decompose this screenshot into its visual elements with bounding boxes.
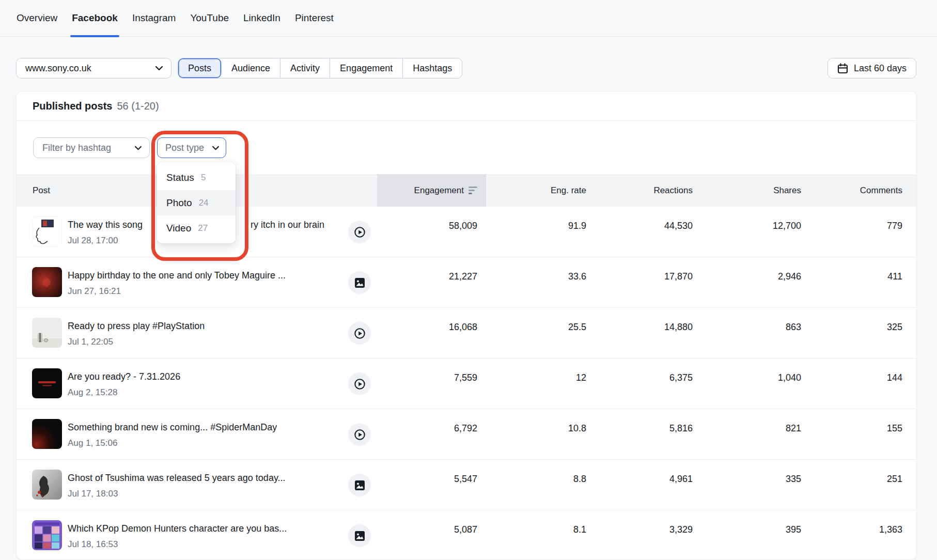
reactions-value: 17,870: [664, 271, 693, 282]
eng-rate-value: 91.9: [568, 221, 586, 231]
eng-rate-value: 8.8: [573, 474, 586, 485]
eng-rate-value: 10.8: [568, 423, 586, 434]
post-date: Jul 28, 17:00: [68, 236, 118, 246]
comments-value: 144: [887, 372, 902, 383]
engagement-value: 5,087: [454, 524, 477, 535]
table-row[interactable]: Happy birthday to the one and only Tobey…: [17, 257, 916, 308]
column-header-eng-rate[interactable]: Eng. rate: [551, 174, 586, 207]
tab-posts[interactable]: Posts: [178, 58, 222, 78]
menu-item-label: Photo: [166, 197, 192, 209]
post-thumbnail: [32, 368, 62, 398]
comments-value: 1,363: [879, 524, 902, 535]
photo-type-icon: [348, 474, 371, 496]
tab-engagement[interactable]: Engagement: [330, 58, 403, 78]
menu-item-status[interactable]: Status 5: [157, 165, 236, 190]
column-header-shares[interactable]: Shares: [773, 174, 801, 207]
tab-overview[interactable]: Overview: [17, 0, 57, 37]
post-date: Jul 1, 22:05: [68, 337, 113, 347]
post-thumbnail: [32, 267, 62, 297]
toolbar: www.sony.co.uk Posts Audience Activity E…: [0, 58, 937, 79]
sort-descending-icon: [468, 186, 477, 194]
shares-value: 863: [786, 322, 801, 333]
post-date: Jul 17, 18:03: [68, 489, 118, 499]
tab-linkedin[interactable]: LinkedIn: [243, 0, 280, 37]
table-row[interactable]: Ghost of Tsushima was released 5 years a…: [17, 460, 916, 510]
post-type-label: Post type: [165, 143, 204, 153]
video-type-icon: [348, 423, 371, 446]
reactions-value: 6,375: [669, 372, 693, 383]
eng-rate-value: 8.1: [573, 524, 586, 535]
tab-facebook[interactable]: Facebook: [72, 0, 118, 37]
column-header-engagement[interactable]: Engagement: [414, 174, 477, 207]
shares-value: 821: [786, 423, 801, 434]
published-posts-card: Published posts 56 (1-20) Filter by hash…: [16, 91, 917, 560]
engagement-value: 7,559: [454, 372, 477, 383]
chevron-down-icon: [134, 146, 142, 150]
table-row[interactable]: Ready to press play #PlayStation Jul 1, …: [17, 308, 916, 359]
engagement-value: 5,547: [454, 474, 477, 485]
reactions-value: 5,816: [669, 423, 693, 434]
profile-select[interactable]: www.sony.co.uk: [16, 58, 171, 79]
column-header-reactions[interactable]: Reactions: [653, 174, 693, 207]
engagement-value: 21,227: [449, 271, 477, 282]
post-title: Which KPop Demon Hunters character are y…: [68, 523, 287, 534]
shares-value: 12,700: [773, 221, 801, 231]
filter-by-hashtag-dropdown[interactable]: Filter by hashtag: [33, 137, 150, 158]
post-thumbnail: [32, 318, 62, 348]
video-type-icon: [348, 322, 371, 345]
post-type-dropdown[interactable]: Post type: [157, 137, 226, 158]
tab-pinterest[interactable]: Pinterest: [295, 0, 334, 37]
tab-activity[interactable]: Activity: [280, 58, 330, 78]
post-title: Something brand new is coming... #Spider…: [68, 422, 277, 433]
eng-rate-value: 25.5: [568, 322, 586, 333]
tab-hashtags[interactable]: Hashtags: [403, 58, 462, 78]
chevron-down-icon: [155, 66, 163, 71]
menu-item-video[interactable]: Video 27: [157, 215, 236, 241]
tab-audience[interactable]: Audience: [222, 58, 280, 78]
post-date: Aug 2, 15:28: [68, 387, 117, 398]
profile-select-value: www.sony.co.uk: [25, 63, 91, 74]
column-header-label: Engagement: [414, 185, 464, 196]
table-row[interactable]: The way this song ry itch in our brain J…: [17, 207, 916, 257]
engagement-value: 6,792: [454, 423, 477, 434]
calendar-icon: [837, 63, 848, 74]
table-header: Post Engagement Eng. rate Reactions Shar…: [17, 174, 916, 207]
table-row[interactable]: Something brand new is coming... #Spider…: [17, 409, 916, 460]
reactions-value: 14,880: [664, 322, 693, 333]
tab-instagram[interactable]: Instagram: [132, 0, 176, 37]
reactions-value: 4,961: [669, 474, 693, 485]
section-tabs: Posts Audience Activity Engagement Hasht…: [178, 58, 462, 79]
table-row[interactable]: Which KPop Demon Hunters character are y…: [17, 510, 916, 560]
shares-value: 335: [786, 474, 801, 485]
video-type-icon: [348, 372, 371, 395]
shares-value: 395: [786, 524, 801, 535]
post-thumbnail: [32, 419, 62, 449]
reactions-value: 3,329: [669, 524, 693, 535]
engagement-value: 16,068: [449, 322, 477, 333]
filter-by-hashtag-label: Filter by hashtag: [42, 143, 111, 153]
post-date: Aug 1, 15:06: [68, 438, 117, 448]
shares-value: 2,946: [778, 271, 801, 282]
post-title: Happy birthday to the one and only Tobey…: [68, 270, 286, 281]
reactions-value: 44,530: [664, 221, 693, 231]
date-range-label: Last 60 days: [854, 63, 907, 74]
menu-item-label: Status: [166, 172, 194, 183]
post-title-fragment: ry itch in our brain: [251, 220, 324, 230]
tab-youtube[interactable]: YouTube: [190, 0, 229, 37]
card-title: Published posts: [33, 100, 112, 112]
column-header-comments[interactable]: Comments: [860, 174, 902, 207]
comments-value: 325: [887, 322, 902, 333]
date-range-button[interactable]: Last 60 days: [827, 58, 916, 79]
shares-value: 1,040: [778, 372, 801, 383]
post-date: Jul 18, 16:53: [68, 539, 118, 550]
menu-item-count: 24: [199, 198, 209, 208]
menu-item-count: 27: [198, 223, 208, 234]
menu-item-label: Video: [166, 223, 191, 234]
photo-type-icon: [348, 524, 371, 547]
post-title: Ghost of Tsushima was released 5 years a…: [68, 473, 286, 484]
eng-rate-value: 12: [576, 372, 586, 383]
table-row[interactable]: Are you ready? - 7.31.2026 Aug 2, 15:28 …: [17, 359, 916, 409]
menu-item-photo[interactable]: Photo 24: [157, 190, 236, 215]
facebook-posts-analytics-page: Overview Facebook Instagram YouTube Link…: [0, 0, 937, 560]
comments-value: 251: [887, 474, 902, 485]
